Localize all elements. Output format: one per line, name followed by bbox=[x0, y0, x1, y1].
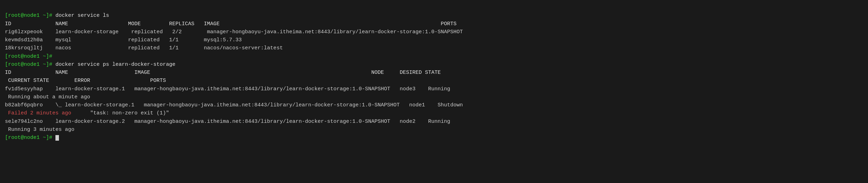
row-1: rig6lzxpeook learn-docker-storage replic… bbox=[5, 29, 463, 35]
ps-row-1a: fv1d5esyyhap learn-docker-storage.1 mana… bbox=[5, 86, 450, 92]
header-ps-1: ID NAME IMAGE NODE DESIRED STATE bbox=[5, 70, 441, 76]
header-ps-2: CURRENT STATE ERROR PORTS bbox=[5, 78, 166, 84]
ps-row-2a: b82abf6pqbro \_ learn-docker-storage.1 m… bbox=[5, 102, 463, 108]
cursor bbox=[55, 135, 59, 141]
row-3: 18krsroqjltj nacos replicated 1/1 nacos/… bbox=[5, 45, 283, 51]
ps-row-1b: Running about a minute ago bbox=[5, 94, 90, 100]
ps-row-3b: Running 3 minutes ago bbox=[5, 127, 74, 133]
prompt-1: [root@node1 ~]# bbox=[5, 13, 55, 19]
prompt-2: [root@node1 ~]# bbox=[5, 54, 55, 59]
cmd-2: docker service ps learn-docker-storage bbox=[55, 62, 175, 68]
prompt-3: [root@node1 ~]# bbox=[5, 62, 55, 68]
header-ls: ID NAME MODE REPLICAS IMAGE PORTS bbox=[5, 21, 456, 27]
terminal: [root@node1 ~]# docker service ls ID NAM… bbox=[5, 3, 863, 142]
prompt-final: [root@node1 ~]# bbox=[5, 135, 55, 141]
row-2: kevmdsd12h0a mysql replicated 1/1 mysql:… bbox=[5, 37, 242, 43]
ps-row-2b-error: "task: non-zero exit (1)" bbox=[90, 110, 169, 116]
cmd-1: docker service ls bbox=[55, 13, 109, 19]
ps-row-2b: Failed 2 minutes ago bbox=[5, 110, 90, 116]
ps-row-3a: sele794lc2no learn-docker-storage.2 mana… bbox=[5, 119, 450, 125]
